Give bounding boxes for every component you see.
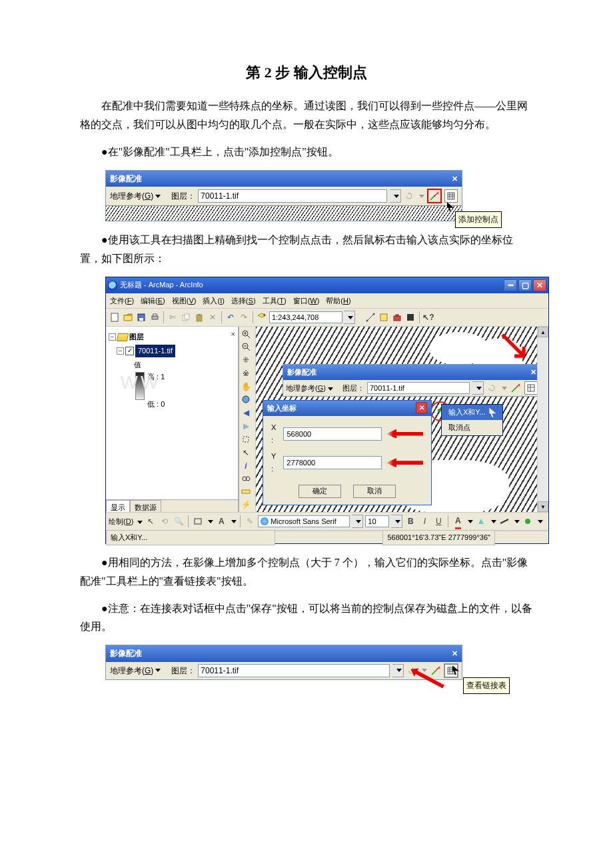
- pan-icon[interactable]: ✋: [240, 381, 252, 393]
- scale-input[interactable]: 1:243,244,708: [269, 311, 342, 323]
- add-control-point-button[interactable]: +: [510, 382, 522, 394]
- text-icon[interactable]: A: [215, 515, 227, 527]
- redo-icon[interactable]: ↷: [238, 311, 250, 323]
- scale-dropdown-button[interactable]: [344, 311, 355, 324]
- rotate-icon[interactable]: ⟲: [159, 515, 171, 527]
- toc-layer-name[interactable]: 70011-1.tif: [135, 345, 175, 357]
- menu-select[interactable]: 选择(S): [231, 295, 256, 307]
- command-line-icon[interactable]: [404, 311, 416, 323]
- editor-toolbar-icon[interactable]: [364, 311, 376, 323]
- layer-input[interactable]: 70011-1.tif: [198, 664, 390, 677]
- undo-icon[interactable]: ↶: [225, 311, 237, 323]
- measure-icon[interactable]: [240, 486, 252, 497]
- fill-color-icon[interactable]: [475, 515, 487, 527]
- add-data-icon[interactable]: +: [256, 311, 268, 323]
- map-view[interactable]: 影像配准✕ 地理参考(G) 图层： 70011-1.tif +: [256, 327, 537, 512]
- full-extent-icon[interactable]: [240, 394, 252, 405]
- standard-toolbar: ✄ ✕ ↶ ↷ + 1:243,244,708 ↖?: [106, 309, 548, 327]
- zoom-out-icon[interactable]: [240, 341, 252, 353]
- menu-file[interactable]: 文件(F): [110, 295, 134, 307]
- maximize-button[interactable]: ▢: [518, 279, 532, 291]
- save-icon[interactable]: [135, 311, 147, 323]
- font-size-input[interactable]: 10: [365, 515, 389, 527]
- font-name-input[interactable]: Microsoft Sans Serif: [258, 515, 350, 527]
- select-features-icon[interactable]: [240, 433, 252, 445]
- underline-icon[interactable]: U: [432, 515, 444, 527]
- tree-collapse-icon[interactable]: −: [109, 333, 116, 341]
- arccatalog-icon[interactable]: [378, 311, 390, 323]
- find-icon[interactable]: [240, 473, 252, 485]
- fixed-zoom-in-icon[interactable]: ⁜: [240, 354, 252, 366]
- red-arrow-annotation: [408, 673, 446, 683]
- minimize-button[interactable]: ━: [504, 279, 517, 291]
- marker-color-icon[interactable]: [522, 515, 534, 527]
- layer-dropdown-button[interactable]: [472, 381, 484, 395]
- whats-this-icon[interactable]: ↖?: [422, 311, 434, 323]
- view-links-button[interactable]: [444, 189, 458, 203]
- menu-item-cancel-point[interactable]: 取消点: [442, 420, 502, 435]
- menu-insert[interactable]: 插入(I): [203, 295, 224, 307]
- font-color-icon[interactable]: A: [452, 515, 464, 527]
- line-color-icon[interactable]: [498, 515, 510, 527]
- tree-collapse-icon[interactable]: −: [117, 347, 124, 355]
- zoom-icon[interactable]: 🔍: [173, 515, 185, 527]
- delete-icon[interactable]: ✕: [207, 311, 219, 323]
- georef-dropdown[interactable]: 地理参考(G): [286, 382, 333, 395]
- fixed-zoom-out-icon[interactable]: ※: [240, 367, 252, 379]
- close-icon[interactable]: ✕: [452, 647, 458, 660]
- layer-input[interactable]: 70011-1.tif: [367, 382, 470, 394]
- toc-tab-source[interactable]: 数据源: [130, 500, 161, 512]
- size-dropdown-button[interactable]: [391, 515, 402, 528]
- print-icon[interactable]: [149, 311, 161, 323]
- menu-item-input-xy[interactable]: 输入X和Y...: [442, 405, 502, 420]
- toc-close-icon[interactable]: ×: [231, 328, 235, 341]
- x-input[interactable]: [283, 427, 382, 441]
- bullet-1: ●在"影像配准"工具栏上，点击"添加控制点"按钮。: [80, 143, 533, 161]
- font-dropdown-button[interactable]: [352, 515, 363, 528]
- layer-dropdown-button[interactable]: [392, 664, 404, 677]
- italic-icon[interactable]: I: [418, 515, 430, 527]
- y-input[interactable]: [283, 456, 382, 469]
- georef-dropdown[interactable]: 地理参考(G): [110, 189, 161, 203]
- vertical-scrollbar[interactable]: ▲ ▼: [537, 327, 548, 512]
- menu-view[interactable]: 视图(V): [172, 295, 197, 307]
- copy-icon[interactable]: [180, 311, 192, 323]
- cut-icon[interactable]: ✄: [167, 311, 179, 323]
- scroll-up-icon[interactable]: ▲: [538, 327, 548, 337]
- ok-button[interactable]: 确定: [299, 485, 341, 498]
- rectangle-icon[interactable]: [192, 515, 204, 527]
- zoom-in-icon[interactable]: [240, 328, 252, 339]
- identify-icon[interactable]: i: [240, 460, 252, 472]
- open-icon[interactable]: [122, 311, 134, 323]
- red-arrow-annotation: [386, 458, 423, 467]
- layer-input[interactable]: 70011-1.tif: [198, 189, 387, 203]
- select-elements-icon[interactable]: ↖: [240, 447, 252, 459]
- close-icon[interactable]: ✕: [452, 173, 458, 185]
- scroll-down-icon[interactable]: ▼: [538, 501, 548, 512]
- select-elements-icon[interactable]: ↖: [145, 515, 157, 527]
- draw-dropdown[interactable]: 绘制(D): [109, 515, 143, 528]
- menu-window[interactable]: 窗口(W): [293, 295, 320, 307]
- layer-dropdown-button[interactable]: [390, 189, 401, 203]
- svg-rect-34: [243, 437, 249, 442]
- toc-tab-display[interactable]: 显示: [106, 500, 130, 512]
- add-control-point-button[interactable]: +: [427, 189, 442, 203]
- view-links-button[interactable]: [524, 381, 537, 395]
- prev-extent-icon[interactable]: ◀: [240, 407, 252, 419]
- paste-icon[interactable]: [193, 311, 205, 323]
- new-icon[interactable]: [109, 311, 121, 323]
- toolbox-icon[interactable]: [391, 311, 403, 323]
- close-button[interactable]: ✕: [533, 279, 546, 291]
- menu-edit[interactable]: 编辑(E): [141, 295, 165, 307]
- menu-help[interactable]: 帮助(H): [326, 295, 350, 307]
- edit-vertices-icon[interactable]: ✎: [244, 515, 256, 527]
- hyperlink-icon[interactable]: ⚡: [240, 499, 252, 511]
- cancel-button[interactable]: 取消: [353, 485, 396, 498]
- close-icon[interactable]: ✕: [530, 366, 536, 379]
- next-extent-icon[interactable]: ▶: [240, 420, 252, 432]
- close-button[interactable]: ✕: [416, 402, 427, 413]
- menu-tools[interactable]: 工具(T): [263, 295, 287, 307]
- georef-dropdown[interactable]: 地理参考(G): [110, 664, 161, 677]
- bold-icon[interactable]: B: [404, 515, 416, 527]
- layer-visibility-checkbox[interactable]: ✓: [125, 347, 134, 355]
